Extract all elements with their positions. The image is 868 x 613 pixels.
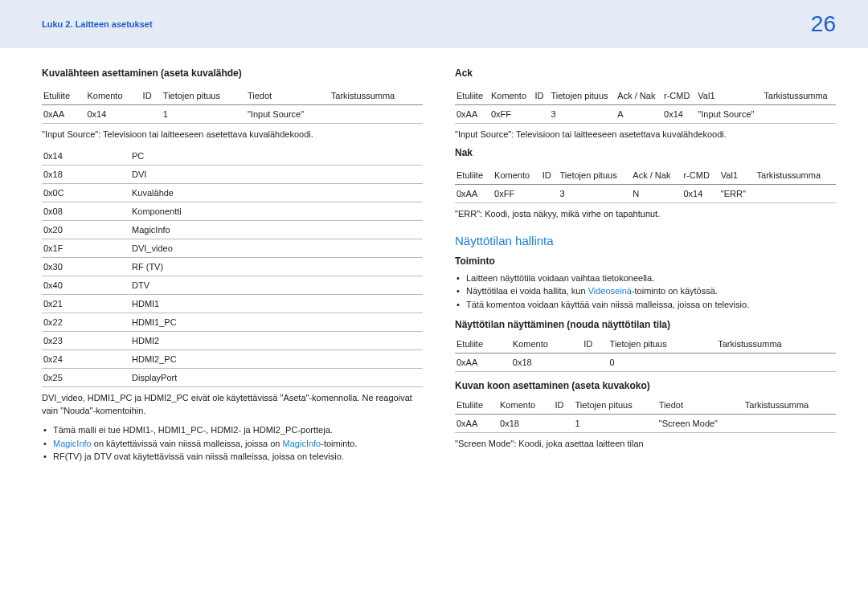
cell: HDMI1_PC	[130, 313, 423, 332]
table-row: 0xAA 0xFF 3 N 0x14 "ERR"	[455, 185, 836, 203]
cell: 3	[559, 185, 632, 203]
videowall-label: Videoseinä	[588, 286, 632, 296]
cell: 0x1F	[42, 239, 130, 258]
right-column: Ack Etuliite Komento ID Tietojen pituus …	[455, 67, 836, 470]
list-item: Laitteen näyttötila voidaan vaihtaa tiet…	[455, 272, 836, 285]
cell: 0x0C	[42, 184, 130, 202]
list-item: MagicInfo on käytettävissä vain niissä m…	[42, 437, 423, 451]
cell: 0x14	[85, 105, 141, 124]
table-row: 0xAA 0xFF 3 A 0x14 "Input Source"	[455, 105, 836, 124]
cell: 0xFF	[493, 185, 541, 203]
th-checksum: Tarkistussumma	[330, 87, 423, 105]
cell: 0x18	[498, 415, 554, 433]
cell	[582, 353, 608, 372]
list-item: RF(TV) ja DTV ovat käytettävissä vain ni…	[42, 450, 423, 464]
cell: "Input Source"	[246, 105, 330, 124]
left-bullets: Tämä malli ei tue HDMI1-, HDMI1_PC-, HDM…	[42, 423, 423, 464]
table-row: 0x08Komponentti	[42, 202, 423, 221]
nak-note: "ERR": Koodi, josta näkyy, mikä virhe on…	[455, 208, 836, 220]
magicinfo-label: MagicInfo	[283, 439, 321, 448]
cell: A	[616, 105, 662, 124]
table-row: 0x23HDMI2	[42, 332, 423, 350]
text: -toiminto on käytössä.	[632, 286, 718, 296]
nak-table: Etuliite Komento ID Tietojen pituus Ack …	[455, 166, 836, 203]
cell: 0x14	[42, 147, 130, 166]
th: Tietojen pituus	[559, 166, 632, 185]
screen-mode-note: "Screen Mode": Koodi, joka asettaa laitt…	[455, 438, 836, 450]
th: ID	[554, 396, 574, 415]
cell: 0x23	[42, 332, 130, 350]
cell: DTV	[130, 276, 423, 295]
th: Ack / Nak	[616, 87, 662, 105]
page-content: Kuvalähteen asettaminen (aseta kuvalähde…	[0, 48, 868, 470]
th-datalen: Tietojen pituus	[162, 87, 246, 105]
get-display-heading: Näyttötilan näyttäminen (nouda näyttötil…	[455, 319, 836, 330]
ack-note: "Input Source": Televisioon tai laittees…	[455, 129, 836, 141]
cell: 0x08	[42, 202, 130, 221]
table-row: 0x21HDMI1	[42, 295, 423, 313]
th-prefix: Etuliite	[42, 87, 85, 105]
th: ID	[534, 87, 550, 105]
th-data: Tiedot	[246, 87, 330, 105]
text: on käytettävissä vain niissä malleissa, …	[92, 439, 283, 448]
cell: 0x14	[682, 185, 719, 203]
th: Val1	[696, 87, 762, 105]
dvi-note: DVI_video, HDMI1_PC ja HDMI2_PC eivät ol…	[42, 392, 423, 417]
set-source-table: Etuliite Komento ID Tietojen pituus Tied…	[42, 87, 423, 124]
set-source-heading: Kuvalähteen asettaminen (aseta kuvalähde…	[42, 67, 423, 79]
cell: 3	[549, 105, 616, 124]
table-row: 0x22HDMI1_PC	[42, 313, 423, 332]
th: Tietojen pituus	[608, 335, 717, 353]
table-row: 0x40DTV	[42, 276, 423, 295]
cell: 0x18	[511, 353, 583, 372]
left-column: Kuvalähteen asettaminen (aseta kuvalähde…	[42, 67, 423, 470]
table-row: 0x20MagicInfo	[42, 221, 423, 239]
source-codes-table: 0x14PC0x18DVI0x0CKuvalähde0x08Komponentt…	[42, 147, 423, 387]
list-item: Tätä komentoa voidaan käyttää vain niiss…	[455, 298, 836, 312]
cell: DVI_video	[130, 239, 423, 258]
cell	[762, 105, 836, 124]
set-size-table: Etuliite Komento ID Tietojen pituus Tied…	[455, 396, 836, 433]
table-row: 0x30RF (TV)	[42, 258, 423, 276]
th: Etuliite	[455, 335, 511, 353]
cell: 0x20	[42, 221, 130, 239]
table-row: 0x14PC	[42, 147, 423, 166]
cell: 0	[608, 353, 717, 372]
table-row: 0x0CKuvalähde	[42, 184, 423, 202]
cell: 0x25	[42, 369, 130, 387]
ack-heading: Ack	[455, 67, 836, 79]
cell: 0xAA	[455, 415, 498, 433]
toiminto-bullets: Laitteen näyttötila voidaan vaihtaa tiet…	[455, 272, 836, 312]
th: Ack / Nak	[631, 166, 682, 185]
cell: 0xAA	[455, 105, 489, 124]
th: ID	[582, 335, 608, 353]
cell: MagicInfo	[130, 221, 423, 239]
th: Val1	[719, 166, 755, 185]
table-row: 0xAA 0x14 1 "Input Source"	[42, 105, 423, 124]
list-item: Näyttötilaa ei voida hallita, kun Videos…	[455, 284, 836, 298]
input-source-note: "Input Source": Televisioon tai laittees…	[42, 129, 423, 141]
cell: HDMI2	[130, 332, 423, 350]
chapter-title: Luku 2. Laitteen asetukset	[42, 19, 153, 29]
th: Tietojen pituus	[549, 87, 616, 105]
th: Komento	[493, 166, 541, 185]
cell	[541, 185, 559, 203]
cell: 0xFF	[489, 105, 534, 124]
th: Tarkistussumma	[716, 335, 836, 353]
th: r-CMD	[662, 87, 696, 105]
nak-heading: Nak	[455, 147, 836, 158]
cell	[330, 105, 423, 124]
th: Tarkistussumma	[762, 87, 836, 105]
cell: DisplayPort	[130, 369, 423, 387]
th-command: Komento	[85, 87, 141, 105]
th: Etuliite	[455, 87, 489, 105]
cell: "Screen Mode"	[657, 415, 743, 433]
toiminto-heading: Toiminto	[455, 255, 836, 267]
text: -toiminto.	[321, 439, 357, 448]
cell: 0x22	[42, 313, 130, 332]
cell: 0xAA	[42, 105, 85, 124]
table-row: 0xAA 0x18 1 "Screen Mode"	[455, 415, 836, 433]
display-mode-heading: Näyttötilan hallinta	[455, 234, 836, 247]
th: Tietojen pituus	[574, 396, 657, 415]
cell: N	[631, 185, 682, 203]
